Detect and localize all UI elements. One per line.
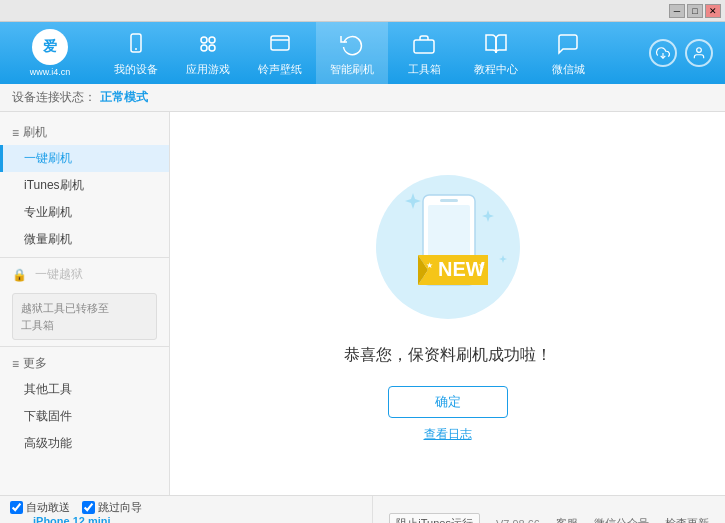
device-row: 📱 iPhone 12 mini 64GB Down-12mini-13,1 bbox=[10, 515, 362, 523]
success-message: 恭喜您，保资料刷机成功啦！ bbox=[344, 345, 552, 366]
nav-item-smart-flash[interactable]: 智能刷机 bbox=[316, 22, 388, 84]
sidebar-item-other-tools[interactable]: 其他工具 bbox=[0, 376, 169, 403]
sidebar-section-jailbreak[interactable]: 🔒 一键越狱 bbox=[0, 262, 169, 287]
sidebar-item-one-key-flash[interactable]: 一键刷机 bbox=[0, 145, 169, 172]
sidebar-item-download-firmware[interactable]: 下载固件 bbox=[0, 403, 169, 430]
sidebar-section-more[interactable]: ≡ 更多 bbox=[0, 351, 169, 376]
check-update-link[interactable]: 检查更新 bbox=[665, 516, 709, 523]
success-illustration: NEW ★ ★ bbox=[358, 165, 538, 345]
maximize-button[interactable]: □ bbox=[687, 4, 703, 18]
nav-item-apps[interactable]: 应用游戏 bbox=[172, 22, 244, 84]
sidebar-item-advanced[interactable]: 高级功能 bbox=[0, 430, 169, 457]
sidebar-section-flash[interactable]: ≡ 刷机 bbox=[0, 120, 169, 145]
svg-point-10 bbox=[697, 48, 702, 53]
auto-flash-checkbox-label[interactable]: 自动敢送 bbox=[10, 500, 70, 515]
jailbreak-section-label: 一键越狱 bbox=[35, 266, 83, 283]
user-button[interactable] bbox=[685, 39, 713, 67]
bottom-bar: 自动敢送 跳过向导 📱 iPhone 12 mini 64GB Down-12m… bbox=[0, 495, 725, 523]
toolbox-icon bbox=[410, 30, 438, 58]
title-bar: ─ □ ✕ bbox=[0, 0, 725, 22]
nav-label-apps: 应用游戏 bbox=[186, 62, 230, 77]
more-section-icon: ≡ bbox=[12, 357, 19, 371]
nav-label-weibo: 微信城 bbox=[552, 62, 585, 77]
bottom-left-panel: 自动敢送 跳过向导 📱 iPhone 12 mini 64GB Down-12m… bbox=[0, 496, 373, 523]
nav-label-tutorial: 教程中心 bbox=[474, 62, 518, 77]
flash-section-label: 刷机 bbox=[23, 124, 47, 141]
checkbox-row: 自动敢送 跳过向导 bbox=[10, 500, 362, 515]
nav-label-ringtone: 铃声壁纸 bbox=[258, 62, 302, 77]
svg-text:★: ★ bbox=[478, 261, 485, 270]
stop-itunes-button[interactable]: 阻止iTunes运行 bbox=[389, 513, 480, 523]
jailbreak-section-icon: 🔒 bbox=[12, 268, 27, 282]
version-text: V7.98.66 bbox=[496, 518, 540, 524]
nav-item-my-device[interactable]: 我的设备 bbox=[100, 22, 172, 84]
jailbreak-note: 越狱工具已转移至工具箱 bbox=[12, 293, 157, 340]
svg-text:★: ★ bbox=[426, 261, 433, 270]
sidebar-item-tiny-flash[interactable]: 微量刷机 bbox=[0, 226, 169, 253]
auto-flash-checkbox[interactable] bbox=[10, 501, 23, 514]
nav-item-ringtone[interactable]: 铃声壁纸 bbox=[244, 22, 316, 84]
svg-point-5 bbox=[209, 45, 215, 51]
top-nav: 爱 www.i4.cn 我的设备 应用游戏 铃声壁纸 智 bbox=[0, 22, 725, 84]
skip-wizard-checkbox[interactable] bbox=[82, 501, 95, 514]
svg-point-4 bbox=[201, 45, 207, 51]
device-info: iPhone 12 mini 64GB Down-12mini-13,1 bbox=[33, 515, 114, 523]
logo-icon: 爱 bbox=[32, 29, 68, 65]
status-value: 正常模式 bbox=[100, 89, 148, 106]
device-name: iPhone 12 mini bbox=[33, 515, 114, 523]
nav-item-weibo[interactable]: 微信城 bbox=[532, 22, 604, 84]
sidebar-divider-1 bbox=[0, 257, 169, 258]
sidebar-item-itunes-flash[interactable]: iTunes刷机 bbox=[0, 172, 169, 199]
view-log-link[interactable]: 查看日志 bbox=[424, 426, 472, 443]
weibo-icon bbox=[554, 30, 582, 58]
svg-rect-18 bbox=[440, 199, 458, 202]
status-label: 设备连接状态： bbox=[12, 89, 96, 106]
sidebar-item-pro-flash[interactable]: 专业刷机 bbox=[0, 199, 169, 226]
my-device-icon bbox=[122, 30, 150, 58]
sidebar: ≡ 刷机 一键刷机 iTunes刷机 专业刷机 微量刷机 🔒 一键越狱 越狱工具… bbox=[0, 112, 170, 495]
content-area: NEW ★ ★ 恭喜您，保资料刷机成功啦！ 确定 查看日志 bbox=[170, 112, 725, 495]
svg-rect-6 bbox=[271, 36, 289, 50]
main-layout: ≡ 刷机 一键刷机 iTunes刷机 专业刷机 微量刷机 🔒 一键越狱 越狱工具… bbox=[0, 112, 725, 495]
close-button[interactable]: ✕ bbox=[705, 4, 721, 18]
flash-section-icon: ≡ bbox=[12, 126, 19, 140]
tutorial-icon bbox=[482, 30, 510, 58]
svg-point-1 bbox=[135, 48, 137, 50]
download-button[interactable] bbox=[649, 39, 677, 67]
nav-items: 我的设备 应用游戏 铃声壁纸 智能刷机 工具箱 bbox=[100, 22, 649, 84]
sidebar-divider-2 bbox=[0, 346, 169, 347]
skip-wizard-checkbox-label[interactable]: 跳过向导 bbox=[82, 500, 142, 515]
logo-area[interactable]: 爱 www.i4.cn bbox=[0, 22, 100, 84]
svg-point-2 bbox=[201, 37, 207, 43]
nav-item-tutorial[interactable]: 教程中心 bbox=[460, 22, 532, 84]
nav-item-toolbox[interactable]: 工具箱 bbox=[388, 22, 460, 84]
customer-service-link[interactable]: 客服 bbox=[556, 516, 578, 523]
nav-label-smart-flash: 智能刷机 bbox=[330, 62, 374, 77]
minimize-button[interactable]: ─ bbox=[669, 4, 685, 18]
apps-icon bbox=[194, 30, 222, 58]
nav-right bbox=[649, 39, 725, 67]
smart-flash-icon bbox=[338, 30, 366, 58]
wechat-official-link[interactable]: 微信公众号 bbox=[594, 516, 649, 523]
status-bar: 设备连接状态： 正常模式 bbox=[0, 84, 725, 112]
nav-label-my-device: 我的设备 bbox=[114, 62, 158, 77]
svg-point-3 bbox=[209, 37, 215, 43]
more-section-label: 更多 bbox=[23, 355, 47, 372]
nav-label-toolbox: 工具箱 bbox=[408, 62, 441, 77]
ringtone-icon bbox=[266, 30, 294, 58]
window-controls: ─ □ ✕ bbox=[669, 4, 721, 18]
bottom-right-panel: 阻止iTunes运行 V7.98.66 客服 微信公众号 检查更新 bbox=[373, 496, 725, 523]
logo-text: www.i4.cn bbox=[30, 67, 71, 77]
svg-rect-8 bbox=[414, 40, 434, 53]
confirm-button[interactable]: 确定 bbox=[388, 386, 508, 418]
